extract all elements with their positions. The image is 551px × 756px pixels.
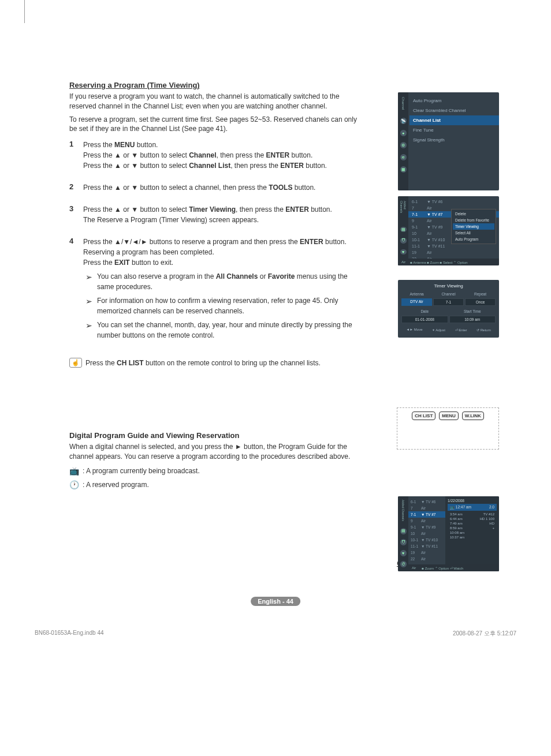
- osd1-item: Signal Strength: [413, 135, 496, 145]
- osd3-repeat-val: Once: [465, 298, 496, 306]
- osd-program-guide: Added Channels ▤ ⛉ ♥ ⏱ 6-1▼ TV #67Air7-1…: [398, 496, 499, 571]
- notes-list: ➢ You can also reserve a program in the …: [85, 271, 358, 340]
- osd4-date: 1/22/2008: [448, 499, 497, 503]
- osd2-popup-item: Delete from Favorite: [453, 217, 494, 223]
- osd4-row: 9-1▼ TV #9: [411, 524, 443, 530]
- list-icon: ▤: [400, 528, 407, 534]
- osd1-item: Channel List: [409, 115, 499, 125]
- broadcasting-icon-row: 📺 : A program currently being broadcast.: [69, 466, 358, 476]
- clock-icon: ⏱: [400, 561, 407, 567]
- osd2-row: 6-1▼ TV #6: [412, 199, 496, 205]
- osd4-row: 7Air: [411, 505, 443, 511]
- remote-hint: ☝ Press the CH LIST button on the remote…: [69, 358, 358, 368]
- osd4-sidebar: Added Channels ▤ ⛉ ♥ ⏱: [398, 496, 408, 571]
- chlist-button: CH LIST: [412, 411, 435, 420]
- osd4-slot: 7:49 amHD: [448, 521, 497, 526]
- hand-icon: ☝: [69, 358, 82, 368]
- step-num-2: 2: [69, 182, 83, 193]
- osd3-date-val: 01-01-2008: [401, 316, 448, 323]
- osd4-time-hl: 📺 12:47 am 2.0: [448, 504, 497, 511]
- footer: BN68-01653A-Eng.indb 44 2008-08-27 오후 5:…: [35, 630, 516, 638]
- osd2-row: 19Air: [412, 249, 496, 256]
- clock-icon: 🕐: [69, 480, 79, 489]
- osd3-grid2: Date Start Time 01-01-2008 10:09 am: [401, 308, 496, 323]
- section1-title: Reserving a Program (Time Viewing): [69, 81, 358, 89]
- osd4-slot: 8:59 am+: [448, 526, 497, 530]
- step-2: 2 Press the ▲ or ▼ button to select a ch…: [69, 182, 358, 193]
- section1-intro2: To reserve a program, set the current ti…: [69, 115, 358, 134]
- osd4-row: 22Air: [411, 556, 443, 562]
- filter-icon: ⛉: [400, 539, 407, 545]
- step-4-body: Press the ▲/▼/◄/► buttons to reserve a p…: [83, 237, 358, 268]
- footer-file: BN68-01653A-Eng.indb 44: [35, 630, 104, 638]
- osd4-slot: 10:37 am: [448, 535, 497, 540]
- osd-timer-viewing: Timer Viewing Antenna Channel Repeat DTV…: [398, 280, 499, 338]
- osd3-footer: ◄► Move✦ Adjust⏎ Enter↺ Return: [401, 328, 496, 332]
- antenna-icon: 📡: [400, 118, 407, 124]
- osd4-list: 6-1▼ TV #67Air7-1▼ TV #79Air9-1▼ TV #910…: [408, 496, 445, 571]
- osd2-side-label: Added Channels: [400, 201, 407, 219]
- osd4-row: 10-1▼ TV #10: [411, 537, 443, 543]
- step-num-3: 3: [69, 204, 83, 225]
- heart-icon: ♥: [400, 550, 407, 556]
- step-num-1: 1: [69, 140, 83, 171]
- osd-side-label: Channel: [401, 97, 405, 110]
- osd-main: Auto ProgramClear Scrambled ChannelChann…: [408, 92, 499, 190]
- note-1: ➢ You can also reserve a program in the …: [85, 271, 358, 292]
- step-1-body: Press the MENU button. Press the ▲ or ▼ …: [83, 140, 358, 171]
- osd4-row: 6-1▼ TV #6: [411, 499, 443, 505]
- picture-icon: ▦: [400, 166, 407, 173]
- note-bullet-icon: ➢: [85, 295, 92, 316]
- osd2-popup-item: Auto Program: [453, 236, 494, 242]
- osd-channel-list: Added Channels ▤ ⛉ ♥ ⏱ 6-1▼ TV #67Air7-1…: [398, 196, 499, 265]
- note-bullet-icon: ➢: [85, 271, 92, 292]
- tv-icon: 📺: [69, 466, 79, 476]
- menu-button: MENU: [439, 411, 459, 420]
- osd3-antenna-val: DTV Air: [401, 298, 432, 306]
- osd2-popup-item: Timer Viewing: [453, 223, 494, 230]
- osd-sidebar: Channel 📡 ● ⚙ ≋ ▦: [398, 92, 408, 190]
- page-number-pill: English - 44: [251, 597, 300, 606]
- osd4-slot: 6:44 amHD 1 100: [448, 517, 497, 521]
- gear-icon: ⚙: [400, 142, 407, 148]
- heart-icon: ♥: [400, 249, 407, 255]
- reserved-icon-row: 🕐 : A reserved program.: [69, 480, 358, 489]
- osd3-title: Timer Viewing: [401, 283, 496, 289]
- note-bullet-icon: ➢: [85, 320, 92, 340]
- osd4-row: 19Air: [411, 549, 443, 556]
- continued-label: Continued...: [148, 559, 437, 567]
- osd-channel-menu: Channel 📡 ● ⚙ ≋ ▦ Auto ProgramClear Scra…: [398, 92, 499, 190]
- filter-icon: ⛉: [400, 238, 407, 243]
- osd2-popup-item: Select All: [453, 230, 494, 236]
- list-icon: ▤: [400, 227, 407, 232]
- osd4-slot: 3:54 amTV #12: [448, 512, 497, 517]
- osd2-sidebar: Added Channels ▤ ⛉ ♥ ⏱: [398, 196, 408, 265]
- step-3: 3 Press the ▲ or ▼ button to select Time…: [69, 204, 358, 225]
- osd4-row: 10Air: [411, 530, 443, 537]
- remote-illustration: CH LIST MENU W.LINK: [397, 407, 499, 450]
- osd1-item: Fine Tune: [413, 125, 496, 135]
- wlink-button: W.LINK: [462, 411, 484, 420]
- note-3: ➢ You can set the channel, month, day, y…: [85, 320, 358, 340]
- note-2: ➢ For information on how to confirm a vi…: [85, 295, 358, 316]
- osd3-channel-val: 7-1: [433, 298, 464, 306]
- signal-icon: ≋: [400, 154, 407, 160]
- osd4-row: 9Air: [411, 518, 443, 524]
- osd4-footer: Air ■ Zoom ⌃ Option ⏎ Watch: [408, 564, 499, 571]
- section2-title: Digital Program Guide and Viewing Reserv…: [69, 431, 358, 440]
- step-1: 1 Press the MENU button. Press the ▲ or …: [69, 140, 358, 171]
- osd4-slot: 10:08 am: [448, 530, 497, 535]
- page: Reserving a Program (Time Viewing) If yo…: [0, 0, 551, 652]
- osd3-start-val: 10:09 am: [449, 316, 496, 323]
- osd2-footer: Air ■ Antenna ■ Zoom ■ Select ⌃ Option: [398, 259, 499, 265]
- main-column: Reserving a Program (Time Viewing) If yo…: [69, 81, 358, 489]
- footer-date: 2008-08-27 오후 5:12:07: [453, 630, 516, 638]
- osd1-item: Clear Scrambled Channel: [413, 106, 496, 115]
- osd2-popup-item: Delete: [453, 211, 494, 217]
- section2-intro: When a digital channel is selected, and …: [69, 442, 358, 462]
- osd4-row: 11-1▼ TV #11: [411, 543, 443, 549]
- osd3-grid: Antenna Channel Repeat DTV Air 7-1 Once: [401, 291, 496, 306]
- step-2-body: Press the ▲ or ▼ button to select a chan…: [83, 182, 358, 193]
- step-num-4: 4: [69, 237, 83, 268]
- step-3-body: Press the ▲ or ▼ button to select Timer …: [83, 204, 358, 225]
